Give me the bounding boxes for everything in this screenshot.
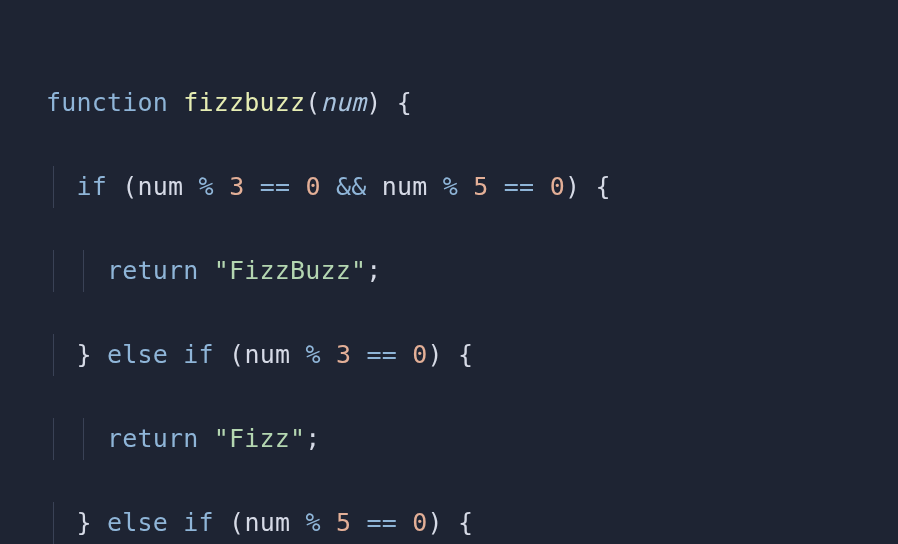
keyword-else: else xyxy=(107,340,168,369)
semicolon: ; xyxy=(366,256,381,285)
code-editor-block: function fizzbuzz(num) { if (num % 3 == … xyxy=(0,0,898,544)
string-fizz: "Fizz" xyxy=(214,424,306,453)
operator-eq: == xyxy=(260,172,291,201)
operator-mod: % xyxy=(199,172,214,201)
indent-guide xyxy=(83,250,84,292)
code-line: return "FizzBuzz"; xyxy=(46,250,852,292)
paren-close: ) xyxy=(366,88,381,117)
number-five: 5 xyxy=(473,172,488,201)
code-line: } else if (num % 5 == 0) { xyxy=(46,502,852,544)
paren-open: ( xyxy=(305,88,320,117)
param-num: num xyxy=(321,88,367,117)
code-line: } else if (num % 3 == 0) { xyxy=(46,334,852,376)
indent-guide xyxy=(83,418,84,460)
code-line: function fizzbuzz(num) { xyxy=(46,82,852,124)
number-zero: 0 xyxy=(305,172,320,201)
keyword-return: return xyxy=(107,256,199,285)
indent-guide xyxy=(53,334,54,376)
string-fizzbuzz: "FizzBuzz" xyxy=(214,256,367,285)
function-name: fizzbuzz xyxy=(183,88,305,117)
indent-guide xyxy=(53,418,54,460)
indent-guide xyxy=(53,502,54,544)
code-line: return "Fizz"; xyxy=(46,418,852,460)
brace-open: { xyxy=(397,88,412,117)
indent-guide xyxy=(53,250,54,292)
number-three: 3 xyxy=(229,172,244,201)
code-line: if (num % 3 == 0 && num % 5 == 0) { xyxy=(46,166,852,208)
identifier-num: num xyxy=(138,172,184,201)
keyword-if: if xyxy=(77,172,108,201)
keyword-function: function xyxy=(46,88,168,117)
operator-and: && xyxy=(336,172,367,201)
brace-close: } xyxy=(77,340,92,369)
indent-guide xyxy=(53,166,54,208)
